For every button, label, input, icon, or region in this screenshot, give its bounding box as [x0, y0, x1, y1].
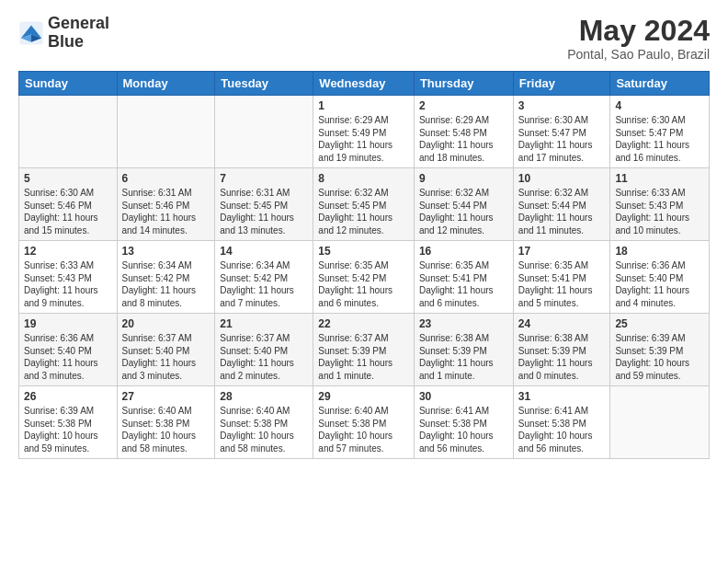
col-thursday: Thursday — [414, 72, 513, 96]
calendar-cell — [117, 96, 215, 168]
calendar-cell: 1Sunrise: 6:29 AMSunset: 5:49 PMDaylight… — [313, 96, 415, 168]
day-info: Sunrise: 6:34 AMSunset: 5:42 PMDaylight:… — [220, 259, 308, 309]
day-number: 2 — [419, 99, 508, 112]
day-info: Sunrise: 6:32 AMSunset: 5:44 PMDaylight:… — [518, 187, 606, 236]
calendar-week-row: 1Sunrise: 6:29 AMSunset: 5:49 PMDaylight… — [19, 96, 710, 168]
calendar-cell: 2Sunrise: 6:29 AMSunset: 5:48 PMDaylight… — [414, 96, 513, 168]
day-number: 18 — [615, 245, 704, 258]
calendar-cell: 5Sunrise: 6:30 AMSunset: 5:46 PMDaylight… — [19, 168, 118, 241]
day-info: Sunrise: 6:41 AMSunset: 5:38 PMDaylight:… — [518, 405, 606, 454]
day-number: 31 — [518, 390, 606, 403]
col-sunday: Sunday — [19, 72, 118, 96]
day-number: 21 — [220, 317, 308, 330]
calendar-cell: 8Sunrise: 6:32 AMSunset: 5:45 PMDaylight… — [313, 168, 415, 241]
calendar-cell: 10Sunrise: 6:32 AMSunset: 5:44 PMDayligh… — [513, 168, 610, 241]
calendar-cell: 9Sunrise: 6:32 AMSunset: 5:44 PMDaylight… — [414, 168, 513, 241]
day-number: 8 — [318, 172, 409, 185]
col-saturday: Saturday — [610, 72, 710, 96]
day-info: Sunrise: 6:33 AMSunset: 5:43 PMDaylight:… — [615, 187, 704, 236]
calendar-cell: 17Sunrise: 6:35 AMSunset: 5:41 PMDayligh… — [513, 241, 610, 314]
day-info: Sunrise: 6:36 AMSunset: 5:40 PMDaylight:… — [24, 332, 112, 382]
day-info: Sunrise: 6:30 AMSunset: 5:47 PMDaylight:… — [615, 114, 704, 164]
calendar-table: Sunday Monday Tuesday Wednesday Thursday… — [18, 71, 710, 459]
col-monday: Monday — [117, 72, 215, 96]
location: Pontal, Sao Paulo, Brazil — [567, 47, 710, 62]
day-number: 7 — [220, 172, 308, 185]
calendar-cell — [215, 96, 313, 168]
calendar-cell: 27Sunrise: 6:40 AMSunset: 5:38 PMDayligh… — [117, 386, 215, 459]
day-number: 19 — [24, 317, 112, 330]
day-number: 28 — [220, 390, 308, 403]
day-info: Sunrise: 6:39 AMSunset: 5:39 PMDaylight:… — [615, 332, 704, 382]
calendar-cell: 29Sunrise: 6:40 AMSunset: 5:38 PMDayligh… — [313, 386, 415, 459]
day-number: 24 — [518, 317, 606, 330]
day-number: 15 — [318, 245, 409, 258]
day-number: 11 — [615, 172, 704, 185]
day-number: 14 — [220, 245, 308, 258]
calendar-week-row: 19Sunrise: 6:36 AMSunset: 5:40 PMDayligh… — [19, 314, 710, 386]
calendar-cell: 21Sunrise: 6:37 AMSunset: 5:40 PMDayligh… — [215, 314, 313, 386]
day-number: 30 — [419, 390, 508, 403]
calendar-cell: 24Sunrise: 6:38 AMSunset: 5:39 PMDayligh… — [513, 314, 610, 386]
day-info: Sunrise: 6:32 AMSunset: 5:45 PMDaylight:… — [318, 187, 409, 236]
day-info: Sunrise: 6:35 AMSunset: 5:42 PMDaylight:… — [318, 259, 409, 309]
day-number: 22 — [318, 317, 409, 330]
day-number: 17 — [518, 245, 606, 258]
calendar-cell: 7Sunrise: 6:31 AMSunset: 5:45 PMDaylight… — [215, 168, 313, 241]
calendar-cell: 6Sunrise: 6:31 AMSunset: 5:46 PMDaylight… — [117, 168, 215, 241]
logo: General Blue — [18, 15, 109, 52]
day-info: Sunrise: 6:34 AMSunset: 5:42 PMDaylight:… — [122, 259, 210, 309]
day-info: Sunrise: 6:37 AMSunset: 5:39 PMDaylight:… — [318, 332, 409, 382]
logo-icon — [18, 20, 44, 46]
day-number: 10 — [518, 172, 606, 185]
calendar-page: General Blue May 2024 Pontal, Sao Paulo,… — [0, 0, 728, 563]
day-info: Sunrise: 6:37 AMSunset: 5:40 PMDaylight:… — [122, 332, 210, 382]
calendar-cell: 16Sunrise: 6:35 AMSunset: 5:41 PMDayligh… — [414, 241, 513, 314]
calendar-week-row: 26Sunrise: 6:39 AMSunset: 5:38 PMDayligh… — [19, 386, 710, 459]
day-info: Sunrise: 6:31 AMSunset: 5:46 PMDaylight:… — [122, 187, 210, 236]
day-info: Sunrise: 6:32 AMSunset: 5:44 PMDaylight:… — [419, 187, 508, 236]
calendar-cell: 20Sunrise: 6:37 AMSunset: 5:40 PMDayligh… — [117, 314, 215, 386]
calendar-cell: 3Sunrise: 6:30 AMSunset: 5:47 PMDaylight… — [513, 96, 610, 168]
day-number: 16 — [419, 245, 508, 258]
day-number: 23 — [419, 317, 508, 330]
day-number: 25 — [615, 317, 704, 330]
day-number: 20 — [122, 317, 210, 330]
day-info: Sunrise: 6:39 AMSunset: 5:38 PMDaylight:… — [24, 405, 112, 454]
calendar-cell: 26Sunrise: 6:39 AMSunset: 5:38 PMDayligh… — [19, 386, 118, 459]
calendar-cell: 31Sunrise: 6:41 AMSunset: 5:38 PMDayligh… — [513, 386, 610, 459]
day-info: Sunrise: 6:29 AMSunset: 5:48 PMDaylight:… — [419, 114, 508, 164]
calendar-cell: 15Sunrise: 6:35 AMSunset: 5:42 PMDayligh… — [313, 241, 415, 314]
calendar-cell: 14Sunrise: 6:34 AMSunset: 5:42 PMDayligh… — [215, 241, 313, 314]
day-number: 13 — [122, 245, 210, 258]
calendar-cell: 18Sunrise: 6:36 AMSunset: 5:40 PMDayligh… — [610, 241, 710, 314]
day-info: Sunrise: 6:35 AMSunset: 5:41 PMDaylight:… — [518, 259, 606, 309]
day-info: Sunrise: 6:40 AMSunset: 5:38 PMDaylight:… — [220, 405, 308, 454]
day-info: Sunrise: 6:29 AMSunset: 5:49 PMDaylight:… — [318, 114, 409, 164]
day-number: 12 — [24, 245, 112, 258]
calendar-cell — [610, 386, 710, 459]
day-info: Sunrise: 6:36 AMSunset: 5:40 PMDaylight:… — [615, 259, 704, 309]
calendar-cell: 23Sunrise: 6:38 AMSunset: 5:39 PMDayligh… — [414, 314, 513, 386]
calendar-cell: 13Sunrise: 6:34 AMSunset: 5:42 PMDayligh… — [117, 241, 215, 314]
calendar-header-row: Sunday Monday Tuesday Wednesday Thursday… — [19, 72, 710, 96]
calendar-cell: 28Sunrise: 6:40 AMSunset: 5:38 PMDayligh… — [215, 386, 313, 459]
calendar-cell: 30Sunrise: 6:41 AMSunset: 5:38 PMDayligh… — [414, 386, 513, 459]
day-info: Sunrise: 6:38 AMSunset: 5:39 PMDaylight:… — [518, 332, 606, 382]
day-number: 5 — [24, 172, 112, 185]
day-number: 6 — [122, 172, 210, 185]
header-right: May 2024 Pontal, Sao Paulo, Brazil — [567, 15, 710, 62]
calendar-cell: 25Sunrise: 6:39 AMSunset: 5:39 PMDayligh… — [610, 314, 710, 386]
day-info: Sunrise: 6:33 AMSunset: 5:43 PMDaylight:… — [24, 259, 112, 309]
col-tuesday: Tuesday — [215, 72, 313, 96]
day-info: Sunrise: 6:40 AMSunset: 5:38 PMDaylight:… — [318, 405, 409, 454]
calendar-cell: 4Sunrise: 6:30 AMSunset: 5:47 PMDaylight… — [610, 96, 710, 168]
day-info: Sunrise: 6:35 AMSunset: 5:41 PMDaylight:… — [419, 259, 508, 309]
col-wednesday: Wednesday — [313, 72, 415, 96]
calendar-cell — [19, 96, 118, 168]
day-number: 4 — [615, 99, 704, 112]
day-info: Sunrise: 6:40 AMSunset: 5:38 PMDaylight:… — [122, 405, 210, 454]
day-info: Sunrise: 6:41 AMSunset: 5:38 PMDaylight:… — [419, 405, 508, 454]
day-number: 27 — [122, 390, 210, 403]
day-number: 9 — [419, 172, 508, 185]
